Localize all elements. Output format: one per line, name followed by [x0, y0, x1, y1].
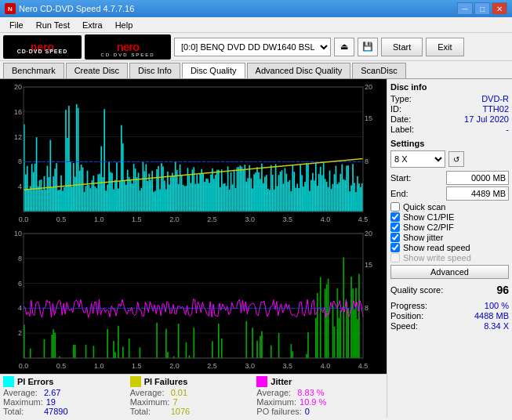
logo-block: nero CD·DVD SPEED	[85, 34, 171, 60]
title-bar: N Nero CD-DVD Speed 4.7.7.16 ─ □ ✕	[0, 0, 512, 17]
pi-errors-avg-value: 2.67	[44, 388, 60, 397]
disc-type-row: Type: DVD-R	[390, 94, 509, 103]
tab-advanced-disc-quality[interactable]: Advanced Disc Quality	[247, 63, 351, 78]
title-text: Nero CD-DVD Speed 4.7.7.16	[19, 4, 134, 13]
disc-date-value: 17 Jul 2020	[464, 114, 509, 124]
chart-area	[0, 79, 387, 374]
quality-section: Quality score: 96	[390, 284, 509, 296]
disc-id-value: TTH02	[482, 104, 509, 114]
main-content: PI Errors Average: 2.67 Maximum: 19 Tota…	[0, 79, 512, 418]
end-input[interactable]	[446, 186, 509, 201]
progress-section: Progress: 100 % Position: 4488 MB Speed:…	[390, 301, 509, 331]
minimize-button[interactable]: ─	[457, 2, 473, 15]
progress-value: 100 %	[485, 301, 509, 310]
jitter-label: Jitter	[271, 377, 292, 386]
speed-value: 8.34 X	[484, 321, 509, 331]
end-row: End:	[390, 186, 509, 201]
eject-button[interactable]: ⏏	[334, 38, 354, 56]
show-c2-pif-label: Show C2/PIF	[403, 223, 454, 232]
disc-date-row: Date: 17 Jul 2020	[390, 114, 509, 124]
speed-row-progress: Speed: 8.34 X	[390, 321, 509, 331]
jitter-color	[256, 376, 267, 387]
quick-scan-checkbox[interactable]	[390, 202, 400, 212]
title-bar-controls[interactable]: ─ □ ✕	[457, 2, 507, 15]
jitter-max-value: 10.9 %	[300, 397, 326, 407]
pi-failures-stat: PI Failures Average: 0.01 Maximum: 7 Tot…	[130, 376, 257, 416]
close-button[interactable]: ✕	[492, 2, 507, 15]
device-select[interactable]: [0:0] BENQ DVD DD DW1640 BSLB	[174, 38, 331, 56]
show-read-speed-label: Show read speed	[403, 243, 470, 252]
quality-label: Quality score:	[390, 285, 443, 295]
pi-errors-total-value: 47890	[44, 407, 68, 416]
pi-failures-legend: PI Failures	[130, 376, 257, 387]
pi-errors-stat: PI Errors Average: 2.67 Maximum: 19 Tota…	[3, 376, 130, 416]
pi-failures-max-label: Maximum:	[130, 397, 170, 407]
show-read-speed-row: Show read speed	[390, 243, 509, 252]
left-panel: PI Errors Average: 2.67 Maximum: 19 Tota…	[0, 79, 387, 418]
pi-errors-total-row: Total: 47890	[3, 407, 130, 416]
pi-errors-legend: PI Errors	[3, 376, 130, 387]
speed-label: Speed:	[390, 321, 418, 331]
po-failures-value: 0	[305, 407, 310, 416]
disc-info-section: Disc info Type: DVD-R ID: TTH02 Date: 17…	[390, 82, 509, 134]
start-label: Start:	[390, 173, 411, 183]
show-c1-pie-checkbox[interactable]	[390, 212, 400, 222]
show-write-speed-label: Show write speed	[403, 253, 471, 262]
pi-failures-avg-value: 0.01	[171, 388, 187, 397]
pi-failures-color	[130, 376, 141, 387]
tab-benchmark[interactable]: Benchmark	[3, 63, 64, 78]
pi-errors-max-label: Maximum:	[3, 397, 43, 407]
pi-failures-total-value: 1076	[171, 407, 190, 416]
quality-value: 96	[496, 284, 509, 296]
settings-refresh-button[interactable]: ↺	[448, 151, 464, 167]
progress-row: Progress: 100 %	[390, 301, 509, 310]
settings-section: Settings 8 X ↺ Start: End: Quick scan	[390, 139, 509, 279]
tab-create-disc[interactable]: Create Disc	[66, 63, 128, 78]
menu-help[interactable]: Help	[109, 19, 140, 31]
tab-disc-info[interactable]: Disc Info	[129, 63, 180, 78]
tab-bar: Benchmark Create Disc Disc Info Disc Qua…	[0, 61, 512, 79]
pi-failures-max-value: 7	[172, 397, 177, 407]
pi-errors-label: PI Errors	[17, 377, 53, 386]
quality-row: Quality score: 96	[390, 284, 509, 296]
jitter-max-row: Maximum: 10.9 %	[256, 397, 383, 407]
disc-type-value: DVD-R	[481, 94, 509, 103]
po-failures-label: PO failures:	[256, 407, 301, 416]
save-button[interactable]: 💾	[358, 38, 378, 56]
menu-bar: File Run Test Extra Help	[0, 17, 512, 33]
tab-scandisc[interactable]: ScanDisc	[352, 63, 405, 78]
advanced-button[interactable]: Advanced	[390, 265, 509, 279]
tab-disc-quality[interactable]: Disc Quality	[182, 63, 245, 78]
end-label: End:	[390, 189, 409, 198]
pi-errors-max-row: Maximum: 19	[3, 397, 130, 407]
show-write-speed-checkbox[interactable]	[390, 253, 400, 262]
menu-run-test[interactable]: Run Test	[30, 19, 76, 31]
jitter-avg-row: Average: 8.83 %	[256, 388, 383, 397]
disc-type-label: Type:	[390, 94, 412, 103]
jitter-stat: Jitter Average: 8.83 % Maximum: 10.9 % P…	[256, 376, 383, 416]
speed-row: 8 X ↺	[390, 150, 509, 168]
maximize-button[interactable]: □	[474, 2, 490, 15]
disc-id-label: ID:	[390, 104, 401, 114]
start-button[interactable]: Start	[381, 38, 423, 56]
show-read-speed-checkbox[interactable]	[390, 243, 400, 252]
show-c1-pie-label: Show C1/PIE	[403, 212, 454, 222]
app-logo: nero CD·DVD SPEED	[3, 35, 82, 59]
po-failures-row: PO failures: 0	[256, 407, 383, 416]
pi-failures-avg-row: Average: 0.01	[130, 388, 257, 397]
start-row: Start:	[390, 171, 509, 185]
pi-errors-color	[3, 376, 14, 387]
speed-select[interactable]: 8 X	[390, 150, 445, 168]
pi-failures-max-row: Maximum: 7	[130, 397, 257, 407]
settings-title: Settings	[390, 139, 509, 148]
start-input[interactable]	[446, 171, 509, 185]
right-panel: Disc info Type: DVD-R ID: TTH02 Date: 17…	[387, 79, 512, 418]
show-jitter-checkbox[interactable]	[390, 233, 400, 242]
exit-button[interactable]: Exit	[426, 38, 463, 56]
menu-file[interactable]: File	[3, 19, 30, 31]
menu-extra[interactable]: Extra	[76, 19, 109, 31]
jitter-avg-label: Average:	[256, 388, 294, 397]
show-c2-pif-row: Show C2/PIF	[390, 223, 509, 232]
show-c2-pif-checkbox[interactable]	[390, 223, 400, 232]
pi-failures-total-label: Total:	[130, 407, 168, 416]
